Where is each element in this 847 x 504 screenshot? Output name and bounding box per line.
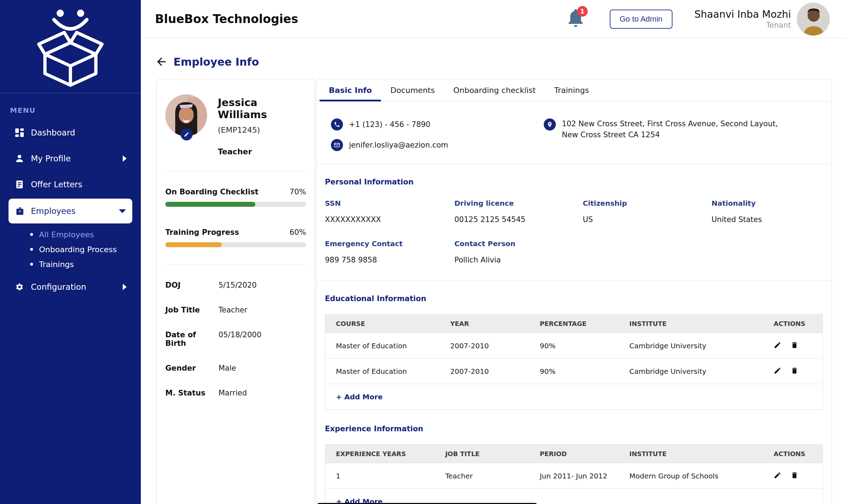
detail-row-date-of-birth: Date of Birth 05/18/2000 (165, 331, 306, 348)
cell-experience-years: 1 (325, 463, 435, 489)
progress-bar-track (165, 202, 306, 207)
detail-value: Teacher (218, 306, 247, 314)
column-header: INSTITUTE (619, 315, 763, 333)
field-label: Emergency Contact (325, 239, 454, 248)
add-more-education-button[interactable]: + Add More (336, 393, 383, 401)
photo-row: Jessica Williams (EMP1245) Teacher (165, 94, 306, 156)
progress-bar-track (165, 242, 306, 247)
tab-documents[interactable]: Documents (381, 79, 444, 101)
edit-row-button[interactable] (774, 341, 783, 350)
experience-information-section: Experience Information EXPERIENCE YEARS … (317, 414, 831, 504)
phone-icon (331, 118, 343, 131)
sidebar-item-employees[interactable]: Employees (9, 199, 132, 223)
detail-value: 05/18/2000 (218, 331, 261, 348)
sidebar-subitem-all-employees[interactable]: All Employees (0, 227, 141, 242)
sidebar-item-configuration[interactable]: Configuration (0, 274, 141, 300)
personal-information-section: Personal Information SSN XXXXXXXXXXX Dri… (317, 164, 831, 281)
chevron-right-icon (123, 284, 127, 290)
sidebar: MENU Dashboard My Profile Offer Letters (0, 0, 141, 504)
main-content: Employee Info (141, 38, 847, 504)
field-value: 00125 2125 54545 (454, 215, 583, 224)
go-to-admin-button[interactable]: Go to Admin (610, 10, 672, 29)
avatar-photo (797, 3, 830, 36)
detail-value: Male (218, 364, 236, 372)
tab-onboarding-checklist[interactable]: Onboarding checklist (444, 79, 545, 101)
location-pin-icon (544, 118, 556, 131)
field-contact-person: Contact Person Pollich Alivia (454, 239, 583, 264)
sidebar-subitem-label: Onboarding Process (39, 245, 117, 254)
edit-row-button[interactable] (774, 367, 783, 376)
address-line-1: 102 New Cross Street, First Cross Avenue… (562, 120, 778, 128)
tab-trainings[interactable]: Trainings (545, 79, 598, 101)
education-table: COURSE YEAR PERCENTAGE INSTITUTE ACTIONS… (325, 314, 823, 410)
employee-job-title: Teacher (218, 147, 306, 156)
contact-section: +1 (123) - 456 - 7890 jenifer.losliya@ae… (317, 101, 831, 164)
sidebar-item-dashboard[interactable]: Dashboard (0, 120, 141, 145)
column-header: PERCENTAGE (529, 315, 619, 333)
dashboard-icon (15, 128, 24, 137)
progress-label: Training Progress (165, 228, 239, 237)
email-row: jenifer.losliya@aezion.com (331, 139, 544, 151)
bullet-icon (30, 233, 33, 236)
cell-job-title: Teacher (434, 463, 529, 489)
page-title: Employee Info (173, 56, 259, 68)
company-title: BlueBox Technologies (155, 12, 298, 26)
delete-row-button[interactable] (791, 471, 800, 481)
employee-info-card: Basic Info Documents Onboarding checklis… (316, 79, 832, 504)
bullet-icon (30, 263, 33, 266)
table-header-row: EXPERIENCE YEARS JOB TITLE PERIOD INSTIT… (325, 445, 823, 463)
field-nationality: Nationality United States (712, 199, 823, 224)
employee-name: Jessica Williams (218, 96, 306, 121)
sidebar-subitem-onboarding-process[interactable]: Onboarding Process (0, 242, 141, 257)
field-label: Citizenship (583, 199, 712, 207)
sidebar-item-label: Dashboard (31, 128, 127, 137)
detail-label: DOJ (165, 281, 218, 289)
detail-row-gender: Gender Male (165, 364, 306, 372)
progress-bar-fill (165, 202, 255, 207)
tab-basic-info[interactable]: Basic Info (320, 79, 381, 101)
detail-label: Date of Birth (165, 331, 218, 348)
column-header: EXPERIENCE YEARS (325, 445, 435, 463)
phone-number: +1 (123) - 456 - 7890 (349, 120, 430, 129)
progress-value: 60% (289, 228, 306, 237)
divider (165, 264, 306, 265)
educational-information-section: Educational Information COURSE YEAR PERC… (317, 281, 831, 414)
onboarding-progress-block: On Boarding Checklist 70% (165, 188, 306, 207)
detail-label: Gender (165, 364, 218, 372)
edit-row-button[interactable] (774, 471, 783, 481)
user-block[interactable]: Shaanvi Inba Mozhi Tenant (694, 9, 791, 29)
cell-institute: Cambridge University (619, 333, 763, 359)
cell-institute: Cambridge University (619, 359, 763, 384)
add-more-row: + Add More (325, 489, 823, 504)
field-driving-licence: Driving licence 00125 2125 54545 (454, 199, 583, 224)
chevron-right-icon (123, 155, 127, 162)
topbar-right: 1 Go to Admin Shaanvi Inba Mozhi Tenant (566, 2, 847, 36)
employee-photo-wrap (165, 94, 207, 136)
email-address: jenifer.losliya@aezion.com (349, 141, 448, 149)
delete-row-button[interactable] (791, 367, 800, 376)
table-row: Master of Education 2007-2010 90% Cambri… (325, 359, 823, 384)
sidebar-subitem-trainings[interactable]: Trainings (0, 257, 141, 272)
user-avatar[interactable] (797, 2, 830, 36)
sidebar-subitem-label: All Employees (39, 230, 94, 239)
column-header: ACTIONS (763, 445, 823, 463)
phone-row: +1 (123) - 456 - 7890 (331, 118, 544, 131)
sidebar-item-label: Configuration (31, 282, 123, 292)
back-arrow-button[interactable] (155, 55, 168, 68)
detail-row-job-title: Job Title Teacher (165, 306, 306, 314)
page-header: Employee Info (155, 55, 847, 68)
column-header: YEAR (439, 315, 529, 333)
sidebar-item-my-profile[interactable]: My Profile (0, 145, 141, 171)
column-header: ACTIONS (763, 315, 823, 333)
edit-photo-button[interactable] (181, 128, 193, 140)
column-header: INSTITUTE (619, 445, 763, 463)
field-ssn: SSN XXXXXXXXXXX (325, 199, 454, 224)
detail-row-doj: DOJ 5/15/2020 (165, 281, 306, 289)
pencil-icon (184, 132, 189, 137)
sidebar-item-offer-letters[interactable]: Offer Letters (0, 171, 141, 197)
bullet-icon (30, 248, 33, 251)
notifications-button[interactable]: 1 (566, 7, 585, 31)
delete-row-button[interactable] (791, 341, 800, 350)
sidebar-item-label: My Profile (31, 154, 123, 163)
field-value: XXXXXXXXXXX (325, 215, 454, 224)
